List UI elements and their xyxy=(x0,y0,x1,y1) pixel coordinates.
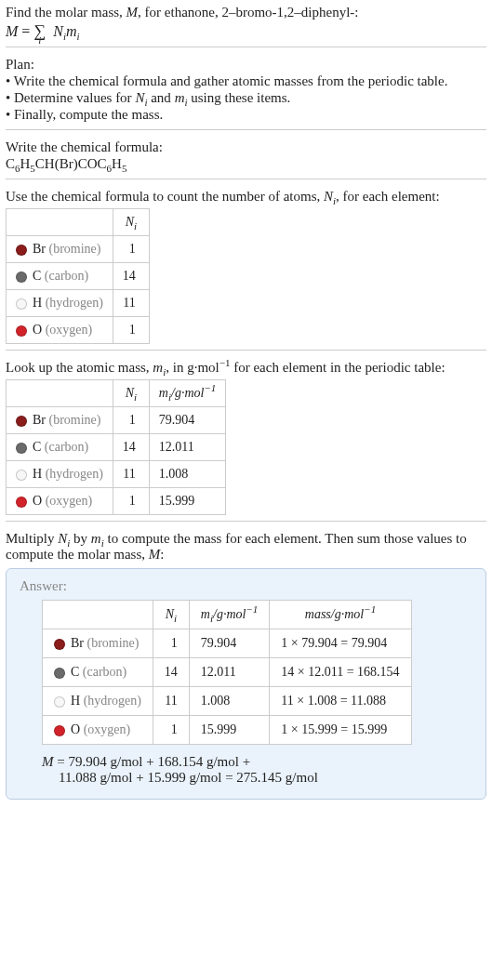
el-cell: H (hydrogen) xyxy=(7,290,113,317)
el-cell: Br (bromine) xyxy=(43,629,153,658)
n-cell: 14 xyxy=(113,263,149,290)
m-cell: 79.904 xyxy=(189,629,270,658)
plan-b2: • Determine values for Ni and mi using t… xyxy=(6,90,486,106)
c-dot-icon xyxy=(16,271,27,283)
el-cell: C (carbon) xyxy=(7,434,113,461)
count-section: Use the chemical formula to count the nu… xyxy=(6,189,486,351)
plan-b3: • Finally, compute the mass. xyxy=(6,107,486,123)
n-cell: 1 xyxy=(113,236,149,263)
col-empty xyxy=(43,601,153,629)
chem-heading: Write the chemical formula: xyxy=(6,139,486,155)
el-cell: O (oxygen) xyxy=(7,317,113,344)
m-cell: 1.008 xyxy=(149,461,226,488)
c-dot-icon xyxy=(54,668,65,679)
col-n: Ni xyxy=(153,601,189,629)
n-cell: 1 xyxy=(153,716,189,745)
el-cell: O (oxygen) xyxy=(43,716,153,745)
h-dot-icon xyxy=(16,470,27,481)
intro-line: Find the molar mass, M, for ethanone, 2–… xyxy=(6,5,486,20)
c-dot-icon xyxy=(16,443,27,454)
el-name: (oxygen) xyxy=(46,323,93,337)
n-cell: 14 xyxy=(153,658,189,687)
el-name: (carbon) xyxy=(45,269,88,283)
col-empty xyxy=(7,380,113,407)
table-row: H (hydrogen) 11 1.008 11 × 1.008 = 11.08… xyxy=(43,687,412,716)
n-cell: 11 xyxy=(153,687,189,716)
n-cell: 11 xyxy=(113,461,149,488)
chem-formula: C6H5CH(Br)COC6H5 xyxy=(6,156,486,172)
table-row: C (carbon) 14 12.011 xyxy=(7,434,226,461)
m-cell: 1.008 xyxy=(189,687,270,716)
calc-cell: 11 × 1.008 = 11.088 xyxy=(270,687,411,716)
table-row: O (oxygen) 1 xyxy=(7,317,150,344)
count-heading: Use the chemical formula to count the nu… xyxy=(6,189,486,205)
intro-section: Find the molar mass, M, for ethanone, 2–… xyxy=(6,5,486,47)
answer-box: Answer: Ni mi/g·mol−1 mass/g·mol−1 Br (b… xyxy=(6,568,486,800)
col-empty xyxy=(7,209,113,236)
h-dot-icon xyxy=(16,298,27,310)
o-dot-icon xyxy=(16,325,27,337)
m-cell: 12.011 xyxy=(189,658,270,687)
el-cell: O (oxygen) xyxy=(7,488,113,515)
calc-cell: 14 × 12.011 = 168.154 xyxy=(270,658,411,687)
table-row: Br (bromine) 1 xyxy=(7,236,150,263)
o-dot-icon xyxy=(54,725,65,736)
table-row: H (hydrogen) 11 1.008 xyxy=(7,461,226,488)
h-dot-icon xyxy=(54,696,65,708)
br-dot-icon xyxy=(16,245,27,256)
table-row: Br (bromine) 1 79.904 1 × 79.904 = 79.90… xyxy=(43,629,412,658)
el-name: (hydrogen) xyxy=(46,296,103,310)
calc-cell: 1 × 79.904 = 79.904 xyxy=(270,629,411,658)
el-cell: C (carbon) xyxy=(7,263,113,290)
answer-sum-line2: 11.088 g/mol + 15.999 g/mol = 275.145 g/… xyxy=(59,770,472,786)
o-dot-icon xyxy=(16,497,27,508)
answer-label: Answer: xyxy=(20,578,472,594)
n-cell: 14 xyxy=(113,434,149,461)
table-row: O (oxygen) 1 15.999 xyxy=(7,488,226,515)
el-cell: Br (bromine) xyxy=(7,407,113,434)
calc-cell: 1 × 15.999 = 15.999 xyxy=(270,716,411,745)
mass-section: Look up the atomic mass, mi, in g·mol−1 … xyxy=(6,360,486,522)
answer-sum-line1: M = 79.904 g/mol + 168.154 g/mol + xyxy=(42,754,472,770)
col-n: Ni xyxy=(113,209,149,236)
answer-sum: M = 79.904 g/mol + 168.154 g/mol + 11.08… xyxy=(42,754,472,786)
m-cell: 12.011 xyxy=(149,434,226,461)
plan-section: Plan: • Write the chemical formula and g… xyxy=(6,57,486,130)
br-dot-icon xyxy=(16,416,27,427)
col-m: mi/g·mol−1 xyxy=(149,380,226,407)
mass-heading: Look up the atomic mass, mi, in g·mol−1 … xyxy=(6,360,486,376)
el-name: (bromine) xyxy=(49,242,101,256)
table-header-row: Ni mi/g·mol−1 xyxy=(7,380,226,407)
col-mass: mass/g·mol−1 xyxy=(270,601,411,629)
answer-table: Ni mi/g·mol−1 mass/g·mol−1 Br (bromine) … xyxy=(42,600,412,745)
count-table: Ni Br (bromine) 1 C (carbon) 14 H (hydro… xyxy=(6,208,150,344)
n-cell: 11 xyxy=(113,290,149,317)
m-cell: 79.904 xyxy=(149,407,226,434)
el-cell: Br (bromine) xyxy=(7,236,113,263)
n-cell: 1 xyxy=(113,488,149,515)
multiply-heading: Multiply Ni by mi to compute the mass fo… xyxy=(6,531,486,563)
chem-section: Write the chemical formula: C6H5CH(Br)CO… xyxy=(6,139,486,179)
table-row: C (carbon) 14 xyxy=(7,263,150,290)
answer-section: Multiply Ni by mi to compute the mass fo… xyxy=(6,531,486,800)
n-cell: 1 xyxy=(113,407,149,434)
el-cell: C (carbon) xyxy=(43,658,153,687)
table-row: C (carbon) 14 12.011 14 × 12.011 = 168.1… xyxy=(43,658,412,687)
col-n: Ni xyxy=(113,380,149,407)
table-row: H (hydrogen) 11 xyxy=(7,290,150,317)
mass-table: Ni mi/g·mol−1 Br (bromine) 1 79.904 C (c… xyxy=(6,379,226,515)
el-cell: H (hydrogen) xyxy=(7,461,113,488)
intro-formula: M = ∑i Nimi xyxy=(6,21,486,41)
n-cell: 1 xyxy=(113,317,149,344)
m-cell: 15.999 xyxy=(149,488,226,515)
plan-b1: • Write the chemical formula and gather … xyxy=(6,73,486,89)
n-cell: 1 xyxy=(153,629,189,658)
el-cell: H (hydrogen) xyxy=(43,687,153,716)
table-row: O (oxygen) 1 15.999 1 × 15.999 = 15.999 xyxy=(43,716,412,745)
table-row: Br (bromine) 1 79.904 xyxy=(7,407,226,434)
m-cell: 15.999 xyxy=(189,716,270,745)
plan-heading: Plan: xyxy=(6,57,486,73)
table-header-row: Ni mi/g·mol−1 mass/g·mol−1 xyxy=(43,601,412,629)
col-m: mi/g·mol−1 xyxy=(189,601,270,629)
br-dot-icon xyxy=(54,639,65,650)
